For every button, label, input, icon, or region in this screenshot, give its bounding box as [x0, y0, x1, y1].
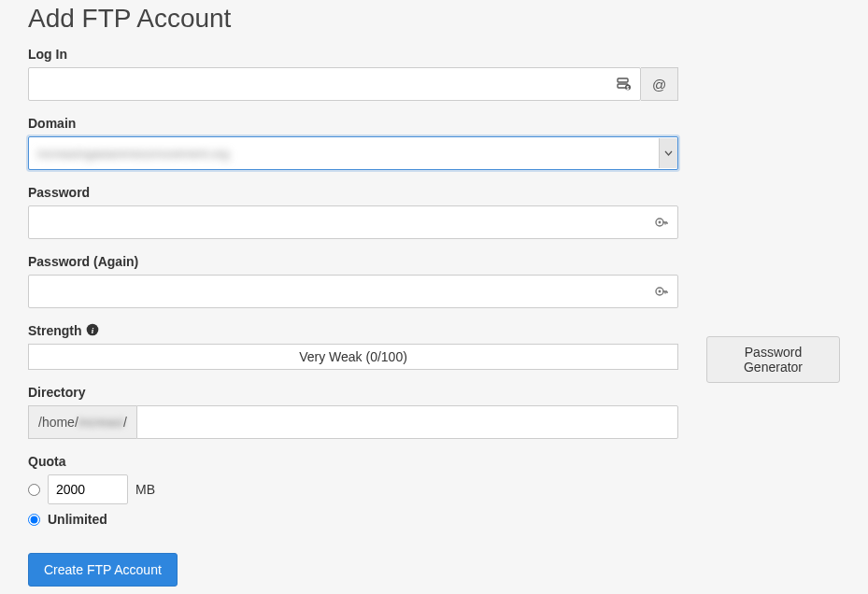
key-icon [655, 216, 669, 230]
quota-group: Quota MB Unlimited [28, 454, 678, 527]
domain-label: Domain [28, 116, 678, 131]
directory-input[interactable] [136, 405, 678, 439]
quota-limited-radio[interactable] [28, 484, 40, 496]
password-again-input[interactable] [28, 275, 678, 308]
domain-select[interactable]: increasingawarenessmovement.org [28, 136, 678, 170]
password-again-group: Password (Again) [28, 254, 678, 308]
quota-label: Quota [28, 454, 678, 469]
password-group: Password [28, 185, 678, 239]
page-title: Add FTP Account [28, 4, 678, 34]
password-generator-button[interactable]: Password Generator [706, 336, 840, 383]
quota-unlimited-label: Unlimited [48, 512, 107, 527]
strength-group: Strength i Very Weak (0/100) [28, 323, 678, 370]
svg-point-5 [659, 221, 662, 224]
quota-value-input[interactable] [48, 474, 128, 504]
at-addon: @ [641, 67, 678, 101]
strength-label: Strength [28, 323, 82, 338]
password-label: Password [28, 185, 678, 200]
create-ftp-account-button[interactable]: Create FTP Account [28, 553, 178, 587]
domain-group: Domain increasingawarenessmovement.org [28, 116, 678, 170]
quota-unit: MB [135, 482, 155, 497]
key-icon [655, 285, 669, 299]
chevron-down-icon [659, 138, 677, 168]
domain-selected-value: increasingawarenessmovement.org [37, 147, 229, 161]
directory-group: Directory /home/increasi/ [28, 385, 678, 439]
svg-text:$: $ [627, 85, 630, 91]
info-icon[interactable]: i [86, 323, 99, 336]
login-input[interactable] [28, 67, 641, 101]
server-icon: $ [617, 78, 632, 91]
login-label: Log In [28, 47, 678, 62]
svg-point-7 [659, 290, 662, 293]
quota-unlimited-radio[interactable] [28, 514, 40, 526]
strength-meter: Very Weak (0/100) [28, 344, 678, 370]
directory-prefix: /home/increasi/ [28, 405, 136, 439]
svg-rect-0 [618, 78, 628, 82]
login-group: Log In $ @ [28, 47, 678, 101]
directory-label: Directory [28, 385, 678, 400]
password-again-label: Password (Again) [28, 254, 678, 269]
password-input[interactable] [28, 205, 678, 239]
